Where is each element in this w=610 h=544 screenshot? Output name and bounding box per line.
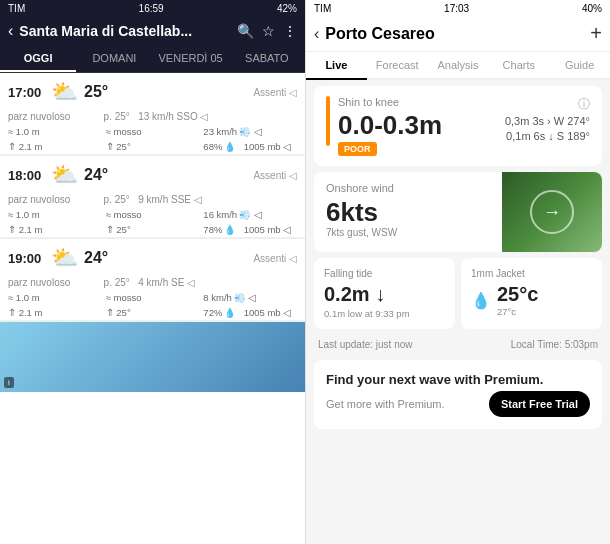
sub-row-17-1: ≈ 1.0 m ≈ mosso 23 km/h 💨 ◁ [0, 124, 305, 139]
wave-card: Shin to knee 0.0-0.3m POOR ⓘ 0,3m 3s › W… [314, 86, 602, 166]
status-bar-right: TIM 17:03 40% [306, 0, 610, 16]
back-button-left[interactable]: ‹ [8, 22, 13, 40]
wind-card: Onshore wind 6kts 7kts gust, WSW → [314, 172, 602, 252]
status-bar-left: TIM 16:59 42% [0, 0, 305, 16]
left-panel: TIM 16:59 42% ‹ Santa Maria di Castellab… [0, 0, 305, 544]
sub-row-18-2: ⇑ 2.1 m ⇑ 25° 78% 💧 1005 mb ◁ [0, 222, 305, 238]
premium-sub-label: Get more with Premium. [326, 398, 445, 410]
wave-info-right: 0,3m 3s › W 274° 0,1m 6s ↓ S 189° [505, 115, 590, 145]
wave-line1: 0,3m 3s › W 274° [505, 115, 590, 127]
wind-speed-value: 6kts [326, 198, 490, 227]
temp-card: 1mm Jacket 💧 25°c 27°c [461, 258, 602, 329]
water-temp-value: 25°c [497, 283, 538, 306]
time-right: 17:03 [444, 3, 469, 14]
search-icon[interactable]: 🔍 [237, 23, 254, 39]
wind-direction-circle: → [530, 190, 574, 234]
header-icons-left: 🔍 ☆ ⋮ [237, 23, 297, 39]
header-right: ‹ Porto Cesareo + [306, 16, 610, 52]
wave-card-title: Shin to knee [338, 96, 505, 108]
header-left: ‹ Santa Maria di Castellab... 🔍 ☆ ⋮ [0, 16, 305, 46]
sub-row-19-2: ⇑ 2.1 m ⇑ 25° 72% 💧 1005 mb ◁ [0, 305, 305, 321]
tab-oggi[interactable]: OGGI [0, 46, 76, 72]
tab-analysis[interactable]: Analysis [428, 52, 489, 78]
weather-main-row-19: 19:00 ⛅ 24° Assenti ◁ [0, 239, 305, 277]
more-icon[interactable]: ⋮ [283, 23, 297, 39]
star-icon[interactable]: ☆ [262, 23, 275, 39]
water-drop-icon: 💧 [471, 291, 491, 310]
ad-banner: i [0, 322, 305, 392]
back-button-right[interactable]: ‹ [314, 25, 319, 43]
sub-row-18-1: ≈ 1.0 m ≈ mosso 16 km/h 💨 ◁ [0, 207, 305, 222]
assenti-18: Assenti ◁ [118, 170, 297, 181]
tide-value: 0.2m ↓ [324, 283, 445, 306]
start-trial-button[interactable]: Start Free Trial [489, 391, 590, 417]
wind-map-thumbnail: → [502, 172, 602, 252]
temp-card-title: 1mm Jacket [471, 268, 592, 279]
desc-17: parz nuvoloso p. 25° 13 km/h SSO ◁ [0, 111, 305, 124]
info-icon[interactable]: ⓘ [578, 96, 590, 113]
wind-info-left: Onshore wind 6kts 7kts gust, WSW [314, 172, 502, 252]
tabs-right: Live Forecast Analysis Charts Guide [306, 52, 610, 80]
water-temp-sub: 27°c [497, 306, 538, 317]
quality-bar [326, 96, 330, 146]
weather-icon-18: ⛅ [48, 162, 80, 188]
weather-main-row-18: 18:00 ⛅ 24° Assenti ◁ [0, 156, 305, 194]
desc-19: parz nuvoloso p. 25° 4 km/h SE ◁ [0, 277, 305, 290]
time-left: 16:59 [139, 3, 164, 14]
weather-block-17: 17:00 ⛅ 25° Assenti ◁ parz nuvoloso p. 2… [0, 73, 305, 156]
tide-sub-label: 0.1m low at 9:33 pm [324, 308, 445, 319]
carrier-right: TIM [314, 3, 331, 14]
tide-card: Falling tide 0.2m ↓ 0.1m low at 9:33 pm [314, 258, 455, 329]
sub-row-19-1: ≈ 1.0 m ≈ mosso 8 km/h 💨 ◁ [0, 290, 305, 305]
desc-18: parz nuvoloso p. 25° 9 km/h SSE ◁ [0, 194, 305, 207]
temp-values: 25°c 27°c [497, 283, 538, 317]
weather-block-19: 19:00 ⛅ 24° Assenti ◁ parz nuvoloso p. 2… [0, 239, 305, 322]
wave-height-value: 0.0-0.3m [338, 112, 505, 138]
carrier-left: TIM [8, 3, 25, 14]
local-time-label: Local Time: 5:03pm [511, 339, 598, 350]
wave-info-left: Shin to knee 0.0-0.3m POOR [338, 96, 505, 156]
assenti-17: Assenti ◁ [118, 87, 297, 98]
tab-charts[interactable]: Charts [488, 52, 549, 78]
weather-icon-17: ⛅ [48, 79, 80, 105]
tab-forecast[interactable]: Forecast [367, 52, 428, 78]
wind-card-inner: Onshore wind 6kts 7kts gust, WSW → [314, 172, 602, 252]
temp-18: 24° [84, 166, 114, 184]
time-17: 17:00 [8, 85, 44, 100]
wind-arrow-icon: → [543, 202, 561, 223]
tab-sabato[interactable]: SABATO [229, 46, 305, 72]
assenti-19: Assenti ◁ [118, 253, 297, 264]
content-right: Shin to knee 0.0-0.3m POOR ⓘ 0,3m 3s › W… [306, 80, 610, 544]
ad-badge: i [4, 377, 14, 388]
premium-title: Find your next wave with Premium. [326, 372, 590, 387]
quality-badge: POOR [338, 142, 377, 156]
tab-guide[interactable]: Guide [549, 52, 610, 78]
weather-content: 17:00 ⛅ 25° Assenti ◁ parz nuvoloso p. 2… [0, 73, 305, 544]
wind-card-title: Onshore wind [326, 182, 490, 194]
wave-line2: 0,1m 6s ↓ S 189° [505, 130, 590, 142]
right-panel: TIM 17:03 40% ‹ Porto Cesareo + Live For… [305, 0, 610, 544]
battery-left: 42% [277, 3, 297, 14]
premium-banner: Find your next wave with Premium. Get mo… [314, 360, 602, 429]
location-title-right: Porto Cesareo [325, 25, 584, 43]
tab-live[interactable]: Live [306, 52, 367, 80]
bottom-cards: Falling tide 0.2m ↓ 0.1m low at 9:33 pm … [314, 258, 602, 329]
time-18: 18:00 [8, 168, 44, 183]
last-update-label: Last update: just now [318, 339, 413, 350]
tab-domani[interactable]: DOMANI [76, 46, 152, 72]
update-row: Last update: just now Local Time: 5:03pm [306, 335, 610, 354]
temp-19: 24° [84, 249, 114, 267]
weather-block-18: 18:00 ⛅ 24° Assenti ◁ parz nuvoloso p. 2… [0, 156, 305, 239]
location-title-left: Santa Maria di Castellab... [19, 23, 231, 39]
weather-main-row-17: 17:00 ⛅ 25° Assenti ◁ [0, 73, 305, 111]
temp-card-row: 💧 25°c 27°c [471, 283, 592, 317]
premium-row: Get more with Premium. Start Free Trial [326, 391, 590, 417]
tab-venerdi[interactable]: VENERDÌ 05 [153, 46, 229, 72]
sub-row-17-2: ⇑ 2.1 m ⇑ 25° 68% 💧 1005 mb ◁ [0, 139, 305, 155]
wind-gust-label: 7kts gust, WSW [326, 227, 490, 238]
add-location-button[interactable]: + [590, 22, 602, 45]
tide-card-title: Falling tide [324, 268, 445, 279]
tabs-left: OGGI DOMANI VENERDÌ 05 SABATO [0, 46, 305, 73]
temp-17: 25° [84, 83, 114, 101]
weather-icon-19: ⛅ [48, 245, 80, 271]
